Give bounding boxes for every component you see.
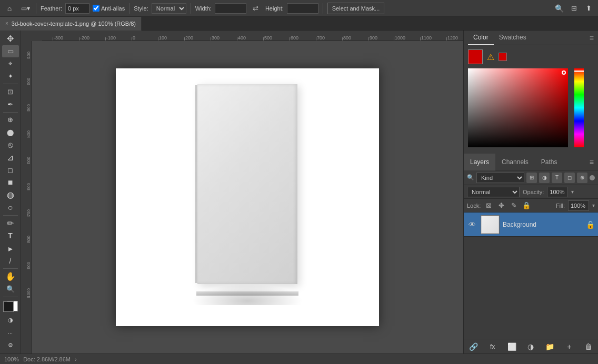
zoom-tool[interactable]: 🔍 (2, 283, 19, 295)
opacity-input[interactable] (547, 187, 568, 197)
eyedropper-tool[interactable]: ✒ (2, 98, 19, 110)
swatches-tab[interactable]: Swatches (494, 31, 532, 45)
kind-select[interactable]: Kind (476, 173, 524, 183)
arrange-button[interactable]: ⊞ (567, 2, 580, 15)
delete-layer-btn[interactable]: 🗑 (582, 340, 595, 353)
layer-thumbnail (481, 215, 500, 234)
opacity-label: Opacity: (523, 189, 544, 195)
lock-art-btn[interactable]: ✎ (509, 201, 519, 210)
lasso-tool[interactable]: ⌖ (2, 58, 19, 70)
style-select[interactable]: Normal (152, 3, 186, 14)
layers-tab[interactable]: Layers (464, 154, 495, 170)
clone-tool[interactable]: ⎋ (2, 139, 19, 151)
home-button[interactable]: ⌂ (3, 2, 16, 15)
zoom-level: 100% (4, 356, 19, 362)
feather-input[interactable] (65, 3, 89, 14)
move-tool[interactable]: ✥ (2, 33, 19, 45)
vtick: 900 (27, 262, 31, 269)
fill-input[interactable] (568, 200, 589, 211)
right-panel: Color Swatches ≡ ⚠ (463, 31, 598, 353)
smart-filter-btn[interactable]: ⊕ (577, 173, 587, 183)
eraser-tool[interactable]: ◻ (2, 164, 19, 176)
blur-tool[interactable]: ◍ (2, 189, 19, 201)
panel-menu-icon[interactable]: ≡ (590, 34, 594, 42)
vtick: 300 (27, 104, 31, 111)
toolbar-sep-2 (129, 3, 129, 14)
color-small-box[interactable] (499, 53, 507, 61)
quick-mask-button[interactable]: ◑ (2, 314, 19, 326)
document-tab[interactable]: × 3d-book-cover-template-1.png @ 100% (R… (0, 17, 142, 31)
adjustment-filter-btn[interactable]: ◑ (539, 173, 550, 183)
toolbar-sep-1 (36, 3, 36, 14)
hand-tool[interactable]: ✋ (2, 270, 19, 282)
line-tool[interactable]: / (2, 255, 19, 267)
layer-background[interactable]: 👁 Background 🔒 (464, 213, 598, 237)
paths-tab[interactable]: Paths (535, 154, 564, 170)
tab-close-icon[interactable]: × (5, 21, 8, 26)
fill-arrow-icon[interactable]: ▾ (592, 203, 595, 208)
add-group-btn[interactable]: 📁 (544, 340, 556, 353)
tool-sep-2 (3, 112, 18, 113)
add-mask-btn[interactable]: ⬜ (505, 340, 518, 353)
ruler-tick: -100 (105, 35, 116, 41)
ruler-tick: 1100 (420, 35, 432, 41)
crop-tool[interactable]: ⊡ (2, 86, 19, 98)
left-toolbar: ✥ ▭ ⌖ ✦ ⊡ ✒ ⊕ ⬤ ⎋ ⊿ ◻ ■ ◍ ○ ✏ T ▸ / ✋ 🔍 … (0, 31, 21, 353)
height-input[interactable] (287, 3, 318, 14)
canvas-area: -300 -200 -100 0 100 200 300 400 500 600… (21, 31, 463, 353)
pen-tool[interactable]: ✏ (2, 217, 19, 229)
history-brush-tool[interactable]: ⊿ (2, 151, 19, 164)
color-hue-strip[interactable] (574, 68, 584, 147)
path-select-tool[interactable]: ▸ (2, 242, 19, 255)
status-arrow[interactable]: › (75, 356, 77, 362)
more-tools-button[interactable]: ··· (2, 327, 19, 339)
healing-tool[interactable]: ⊕ (2, 114, 19, 126)
filter-toggle-dot[interactable] (590, 175, 595, 180)
lock-all-btn[interactable]: 🔒 (522, 201, 531, 210)
brush-tool[interactable]: ⬤ (2, 126, 19, 138)
anti-alias-checkbox[interactable] (93, 5, 99, 12)
search-button[interactable]: 🔍 (553, 2, 565, 15)
color-tab[interactable]: Color (468, 31, 494, 45)
edit-toolbar-button[interactable]: ⚙ (2, 339, 19, 351)
marquee-options-button[interactable]: ▭▾ (19, 2, 32, 15)
pixel-filter-btn[interactable]: ⊞ (526, 173, 537, 183)
layer-visibility-toggle[interactable]: 👁 (467, 219, 477, 230)
adjustment-btn[interactable]: ◑ (524, 340, 537, 353)
ruler-tick: -300 (53, 35, 63, 41)
foreground-color-box[interactable] (468, 49, 483, 64)
share-button[interactable]: ⬆ (582, 2, 595, 15)
channels-tab[interactable]: Channels (495, 154, 535, 170)
link-layers-btn[interactable]: 🔗 (467, 340, 480, 353)
text-tool[interactable]: T (2, 230, 19, 242)
layers-panel-menu-icon[interactable]: ≡ (585, 158, 598, 166)
color-gradient[interactable] (468, 68, 568, 147)
type-filter-btn[interactable]: T (552, 173, 562, 183)
doc-info: Doc: 2.86M/2.86M (23, 356, 71, 362)
lock-position-btn[interactable]: ✥ (496, 201, 506, 210)
color-warning-icon: ⚠ (487, 52, 494, 62)
opacity-arrow-icon[interactable]: ▾ (571, 189, 574, 195)
book-shadow (192, 284, 303, 305)
feather-label: Feather: (41, 5, 62, 12)
ruler-vertical: 100 200 300 400 500 600 700 800 900 1000 (21, 41, 32, 353)
marquee-tool[interactable]: ▭ (2, 45, 19, 57)
ruler-tick: -200 (79, 35, 89, 41)
magic-wand-tool[interactable]: ✦ (2, 70, 19, 83)
width-input[interactable] (215, 3, 246, 14)
color-picker-area[interactable] (468, 68, 584, 147)
shape-filter-btn[interactable]: ◻ (564, 173, 575, 183)
gradient-tool[interactable]: ■ (2, 177, 19, 189)
blend-mode-select[interactable]: Normal (467, 187, 520, 197)
dodge-tool[interactable]: ○ (2, 201, 19, 214)
toolbar-sep-3 (191, 3, 191, 14)
select-mask-button[interactable]: Select and Mask... (327, 3, 385, 14)
ruler-tick: 1200 (446, 35, 458, 41)
vtick: 500 (27, 157, 31, 164)
lock-pixels-btn[interactable]: ⊠ (484, 201, 493, 210)
new-layer-btn[interactable]: + (563, 340, 575, 353)
color-panel-section: Color Swatches ≡ ⚠ (464, 31, 598, 154)
color-panel-header: Color Swatches ≡ (464, 31, 598, 45)
foreground-color-swatch[interactable] (3, 301, 14, 312)
add-style-btn[interactable]: fx (486, 340, 499, 353)
